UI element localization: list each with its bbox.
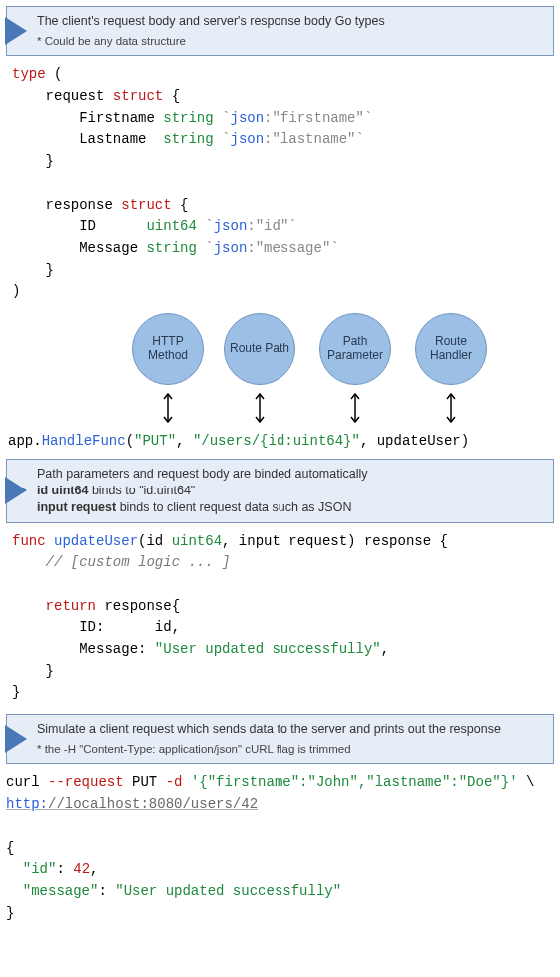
field-lastname: Lastname xyxy=(79,131,146,147)
resp-id: 42 xyxy=(73,861,90,877)
bubble-route-path: Route Path xyxy=(224,313,295,385)
annotation-bubbles: HTTP Method Route Path Path Parameter Ro… xyxy=(0,313,560,433)
code-handler: func updateUser(id uint64, input request… xyxy=(12,531,552,705)
fn-updateuser: updateUser xyxy=(54,533,138,549)
type-request: request xyxy=(46,88,105,104)
resp-message: "User updated successfully" xyxy=(115,883,341,899)
fn-handlefunc: HandleFunc xyxy=(42,433,126,449)
field-message: Message xyxy=(79,240,138,256)
code-types: type ( request struct { Firstname string… xyxy=(12,64,552,303)
bubble-route-handler: Route Handler xyxy=(415,313,487,385)
arrow-down-icon xyxy=(349,391,361,419)
arrow-down-icon xyxy=(445,391,457,419)
callout-binding-line1: Path parameters and request body are bin… xyxy=(37,467,367,481)
callout-binding-b2: input request xyxy=(37,500,116,514)
arg-http-method: "PUT" xyxy=(134,433,176,449)
arg-handler: updateUser xyxy=(377,433,461,449)
arrow-down-icon xyxy=(254,391,266,419)
code-curl: curl --request PUT -d '{"firstname":"Joh… xyxy=(6,772,552,924)
bubble-path-parameter: Path Parameter xyxy=(319,313,391,385)
kw-type: type xyxy=(12,66,46,82)
callout-binding: Path parameters and request body are bin… xyxy=(6,459,554,523)
curl-body: '{"firstname":"John","lastname":"Doe"}' xyxy=(191,774,518,790)
callout-curl: Simulate a client request which sends da… xyxy=(6,714,554,764)
code-handlefunc: app.HandleFunc("PUT", "/users/{id:uint64… xyxy=(8,433,552,449)
callout-curl-line1: Simulate a client request which sends da… xyxy=(37,722,501,736)
callout-types-sub: * Could be any data structure xyxy=(37,34,543,50)
type-response: response xyxy=(46,197,113,213)
callout-types: The client's request body and server's r… xyxy=(6,6,554,56)
arrow-down-icon xyxy=(162,391,174,419)
curl-url: //localhost:8080/users/42 xyxy=(48,796,258,812)
callout-curl-sub: * the -H "Content-Type: application/json… xyxy=(37,742,543,758)
bubble-http-method: HTTP Method xyxy=(132,313,204,385)
field-id: ID xyxy=(79,218,96,234)
arg-route-path: "/users/{id:uint64}" xyxy=(193,433,360,449)
callout-binding-b1: id uint64 xyxy=(37,484,88,497)
callout-types-title: The client's request body and server's r… xyxy=(37,14,385,28)
field-firstname: Firstname xyxy=(79,110,155,126)
comment-custom-logic: // [custom logic ... ] xyxy=(46,554,231,570)
